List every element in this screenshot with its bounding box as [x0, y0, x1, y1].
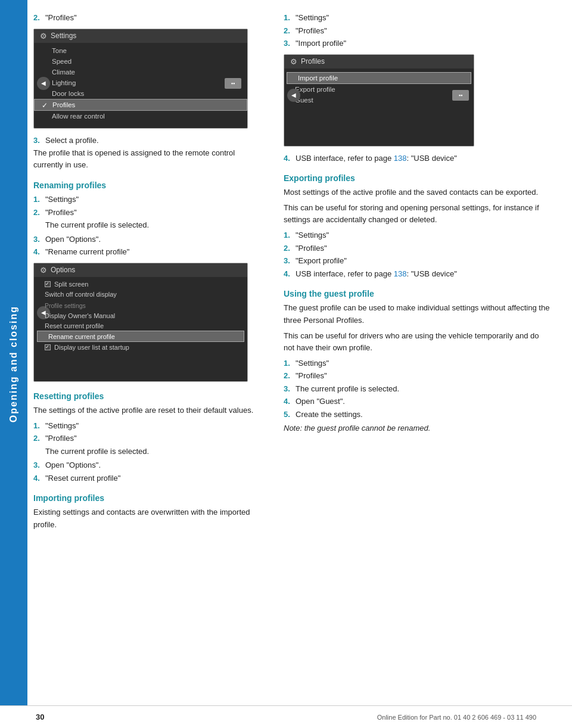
options-screenshot: ⚙ Options ◀ Split screen Switch off cont…	[33, 263, 248, 382]
sidebar-bar: Opening and closing	[0, 0, 27, 728]
profile-guest: Guest	[284, 95, 474, 105]
option-display-user-list: Display user list at startup	[34, 342, 247, 352]
renaming-profiles-title: Renaming profiles	[33, 181, 266, 190]
bottom-bar: 30 Online Edition for Part no. 01 40 2 6…	[0, 705, 572, 728]
para-profile-remote: The profile that is opened is assigned t…	[33, 147, 266, 171]
profiles-header: ⚙ Profiles	[284, 55, 474, 69]
nav-right-button[interactable]: ▪▪	[225, 78, 241, 89]
menu-doorlocks: Door locks	[34, 88, 247, 99]
import-step2: 2. "Profiles"	[284, 25, 552, 37]
guest-step2: 2. "Profiles"	[284, 370, 552, 382]
import-step3: 3. "Import profile"	[284, 38, 552, 49]
exporting-para2: This can be useful for storing and openi…	[284, 202, 552, 226]
import-step1: 1. "Settings"	[284, 12, 552, 24]
guest-profile-title: Using the guest profile	[284, 289, 552, 298]
export-step4: 4. USB interface, refer to page 138: "US…	[284, 268, 552, 280]
usb-link-import[interactable]: 138	[394, 154, 407, 163]
rename-step2: 2. "Profiles"	[33, 207, 266, 219]
menu-profiles[interactable]: ✓ Profiles	[34, 99, 247, 111]
options-gear-icon: ⚙	[40, 266, 47, 275]
options-header: ⚙ Options	[34, 263, 247, 277]
exporting-para1: Most settings of the active profile and …	[284, 186, 552, 198]
main-content: 2. "Profiles" ⚙ Settings ◀ Tone Speed Cl…	[33, 12, 552, 698]
guest-step5: 5. Create the settings.	[284, 409, 552, 421]
step2-item: 2. "Profiles"	[33, 12, 266, 24]
resetting-profiles-title: Resetting profiles	[33, 391, 266, 401]
export-step2: 2. "Profiles"	[284, 242, 552, 254]
settings-screenshot: ⚙ Settings ◀ Tone Speed Climate Lighting…	[33, 29, 248, 129]
resetting-profiles-para: The settings of the active profile are r…	[33, 405, 266, 416]
reset-step4: 4. "Reset current profile"	[33, 472, 266, 484]
settings-header: ⚙ Settings	[34, 29, 247, 43]
guest-step3: 3. The current profile is selected.	[284, 383, 552, 395]
sidebar-label: Opening and closing	[8, 306, 19, 422]
right-column: 1. "Settings" 2. "Profiles" 3. "Import p…	[284, 12, 552, 534]
export-step3: 3. "Export profile"	[284, 255, 552, 267]
reset-step2-indent: The current profile is selected.	[45, 446, 266, 458]
guest-note: Note: the guest profile cannot be rename…	[284, 422, 552, 434]
profiles-screenshot: ⚙ Profiles ◀ Import profile Export profi…	[284, 54, 474, 147]
footer-text: Online Edition for Part no. 01 40 2 606 …	[377, 714, 536, 721]
option-display-manual: Display Owner's Manual	[34, 310, 247, 321]
importing-profiles-title: Importing profiles	[33, 493, 266, 503]
guest-para1: The guest profile can be used to make in…	[284, 302, 552, 326]
option-switch-off: Switch off control display	[34, 290, 247, 300]
profiles-gear-icon: ⚙	[290, 57, 297, 66]
guest-step1: 1. "Settings"	[284, 357, 552, 369]
profiles-nav-left[interactable]: ◀	[287, 89, 300, 102]
rename-step3: 3. Open "Options".	[33, 234, 266, 245]
usb-link-export[interactable]: 138	[394, 269, 407, 278]
menu-tone: Tone	[34, 45, 247, 56]
option-split-screen: Split screen	[34, 279, 247, 290]
rename-step4: 4. "Rename current profile"	[33, 246, 266, 258]
guest-step4: 4. Open "Guest".	[284, 396, 552, 407]
profile-import[interactable]: Import profile	[287, 72, 471, 84]
reset-step1: 1. "Settings"	[33, 420, 266, 432]
export-step1: 1. "Settings"	[284, 229, 552, 241]
menu-climate: Climate	[34, 67, 247, 77]
option-reset-profile: Reset current profile	[34, 321, 247, 331]
importing-profiles-para: Existing settings and contacts are overw…	[33, 506, 266, 530]
columns-layout: 2. "Profiles" ⚙ Settings ◀ Tone Speed Cl…	[33, 12, 552, 534]
settings-gear-icon: ⚙	[40, 32, 47, 41]
option-rename-profile[interactable]: ▶ Rename current profile	[37, 331, 244, 342]
reset-step3: 3. Open "Options".	[33, 459, 266, 471]
menu-lighting: Lighting	[34, 77, 247, 88]
left-column: 2. "Profiles" ⚙ Settings ◀ Tone Speed Cl…	[33, 12, 266, 534]
import-step4: 4. USB interface, refer to page 138: "US…	[284, 153, 552, 164]
option-profile-settings-label: Profile settings	[34, 300, 247, 311]
profile-export: Export profile	[284, 84, 474, 95]
step3-item: 3. Select a profile.	[33, 135, 266, 147]
rename-step2-indent: The current profile is selected.	[45, 219, 266, 231]
page-number: 30	[36, 713, 44, 721]
settings-menu: Tone Speed Climate Lighting Door locks ✓…	[34, 43, 247, 124]
profiles-nav-right[interactable]: ▪▪	[452, 90, 469, 101]
menu-allow-rear: Allow rear control	[34, 111, 247, 122]
menu-speed: Speed	[34, 56, 247, 67]
guest-para2: This can be useful for drivers who are u…	[284, 330, 552, 354]
reset-step2: 2. "Profiles"	[33, 433, 266, 444]
rename-step1: 1. "Settings"	[33, 194, 266, 206]
exporting-profiles-title: Exporting profiles	[284, 173, 552, 183]
